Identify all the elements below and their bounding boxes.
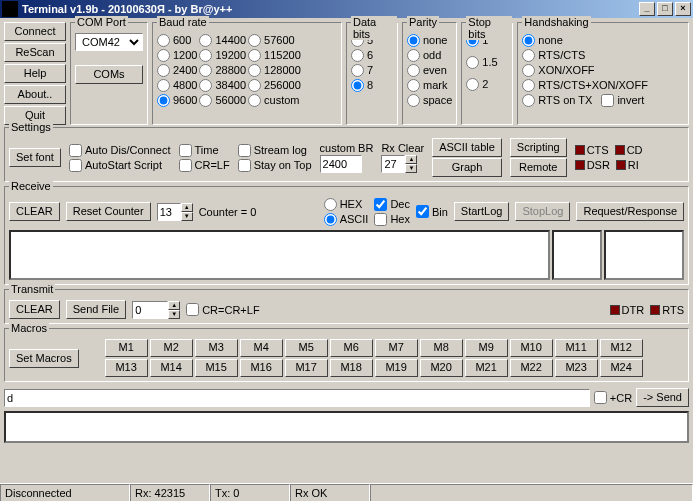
db-8[interactable]: 8 (351, 78, 393, 92)
staytop-check[interactable] (238, 159, 251, 172)
db-7[interactable]: 7 (351, 63, 393, 77)
macro-M6[interactable]: M6 (330, 339, 373, 357)
rxclear-input[interactable] (381, 155, 405, 173)
tx-clear-button[interactable]: CLEAR (9, 300, 60, 319)
macro-M8[interactable]: M8 (420, 339, 463, 357)
rx-dec-check[interactable] (374, 198, 387, 211)
baud-4800[interactable]: 4800 (157, 78, 197, 92)
send-button[interactable]: -> Send (636, 388, 689, 407)
rxclear-down[interactable]: ▼ (405, 164, 417, 173)
baud-9600[interactable]: 9600 (157, 93, 197, 107)
hs-0[interactable]: none (522, 33, 684, 47)
macro-M17[interactable]: M17 (285, 359, 328, 377)
help-button[interactable]: Help (4, 64, 66, 83)
invert-check[interactable] (601, 94, 614, 107)
baud-28800[interactable]: 28800 (199, 63, 246, 77)
par-odd[interactable]: odd (407, 48, 452, 62)
setfont-button[interactable]: Set font (9, 148, 61, 167)
macro-M12[interactable]: M12 (600, 339, 643, 357)
baud-128000[interactable]: 128000 (248, 63, 301, 77)
startlog-button[interactable]: StartLog (454, 202, 510, 221)
sendfile-button[interactable]: Send File (66, 300, 126, 319)
rx-hex-check[interactable] (374, 213, 387, 226)
autodis-check[interactable] (69, 144, 82, 157)
par-none[interactable]: none (407, 33, 452, 47)
baud-600[interactable]: 600 (157, 33, 197, 47)
streamlog-check[interactable] (238, 144, 251, 157)
baud-256000[interactable]: 256000 (248, 78, 301, 92)
macro-M11[interactable]: M11 (555, 339, 598, 357)
macro-M21[interactable]: M21 (465, 359, 508, 377)
custombr-input[interactable] (320, 155, 362, 173)
rx-dec-area[interactable] (552, 230, 602, 280)
minimize-button[interactable]: _ (639, 2, 655, 16)
baud-19200[interactable]: 19200 (199, 48, 246, 62)
rescan-button[interactable]: ReScan (4, 43, 66, 62)
send-input[interactable] (4, 389, 590, 407)
macro-M22[interactable]: M22 (510, 359, 553, 377)
scripting-button[interactable]: Scripting (510, 138, 567, 157)
par-space[interactable]: space (407, 93, 452, 107)
counter-up[interactable]: ▲ (181, 203, 193, 212)
coms-button[interactable]: COMs (75, 65, 143, 84)
baud-14400[interactable]: 14400 (199, 33, 246, 47)
close-button[interactable]: × (675, 2, 691, 16)
hs-4[interactable]: RTS on TXinvert (522, 93, 684, 107)
cr-check[interactable] (594, 391, 607, 404)
resetcounter-button[interactable]: Reset Counter (66, 202, 151, 221)
rxclear-up[interactable]: ▲ (405, 155, 417, 164)
macro-M3[interactable]: M3 (195, 339, 238, 357)
counter-down[interactable]: ▼ (181, 212, 193, 221)
sb-2[interactable]: 2 (466, 77, 508, 91)
db-6[interactable]: 6 (351, 48, 393, 62)
time-check[interactable] (179, 144, 192, 157)
remote-button[interactable]: Remote (510, 158, 567, 177)
macro-M19[interactable]: M19 (375, 359, 418, 377)
baud-1200[interactable]: 1200 (157, 48, 197, 62)
baud-57600[interactable]: 57600 (248, 33, 301, 47)
counter-input[interactable] (157, 203, 181, 221)
macro-M13[interactable]: M13 (105, 359, 148, 377)
tx-spinner[interactable] (132, 301, 168, 319)
macro-M2[interactable]: M2 (150, 339, 193, 357)
macro-M23[interactable]: M23 (555, 359, 598, 377)
tx-spin-up[interactable]: ▲ (168, 301, 180, 310)
setmacros-button[interactable]: Set Macros (9, 349, 79, 368)
crlf-check[interactable] (179, 159, 192, 172)
macro-M1[interactable]: M1 (105, 339, 148, 357)
connect-button[interactable]: Connect (4, 22, 66, 41)
com-port-select[interactable]: COM42 (75, 33, 143, 51)
macro-M18[interactable]: M18 (330, 359, 373, 377)
maximize-button[interactable]: □ (657, 2, 673, 16)
baud-115200[interactable]: 115200 (248, 48, 301, 62)
rx-ascii-radio[interactable] (324, 213, 337, 226)
par-mark[interactable]: mark (407, 78, 452, 92)
macro-M7[interactable]: M7 (375, 339, 418, 357)
baud-custom[interactable]: custom (248, 93, 301, 107)
macro-M15[interactable]: M15 (195, 359, 238, 377)
reqresp-button[interactable]: Request/Response (576, 202, 684, 221)
send-textarea[interactable] (4, 411, 689, 443)
hs-1[interactable]: RTS/CTS (522, 48, 684, 62)
rx-bin-area[interactable] (604, 230, 684, 280)
baud-2400[interactable]: 2400 (157, 63, 197, 77)
sb-1.5[interactable]: 1.5 (466, 55, 508, 69)
macro-M24[interactable]: M24 (600, 359, 643, 377)
rx-bin-check[interactable] (416, 205, 429, 218)
hs-2[interactable]: XON/XOFF (522, 63, 684, 77)
macro-M20[interactable]: M20 (420, 359, 463, 377)
rx-textarea[interactable] (9, 230, 550, 280)
macro-M4[interactable]: M4 (240, 339, 283, 357)
macro-M5[interactable]: M5 (285, 339, 328, 357)
macro-M10[interactable]: M10 (510, 339, 553, 357)
hs-3[interactable]: RTS/CTS+XON/XOFF (522, 78, 684, 92)
macro-M16[interactable]: M16 (240, 359, 283, 377)
autostart-check[interactable] (69, 159, 82, 172)
macro-M14[interactable]: M14 (150, 359, 193, 377)
par-even[interactable]: even (407, 63, 452, 77)
graph-button[interactable]: Graph (432, 158, 502, 177)
rx-clear-button[interactable]: CLEAR (9, 202, 60, 221)
tx-spin-down[interactable]: ▼ (168, 310, 180, 319)
about-button[interactable]: About.. (4, 85, 66, 104)
macro-M9[interactable]: M9 (465, 339, 508, 357)
